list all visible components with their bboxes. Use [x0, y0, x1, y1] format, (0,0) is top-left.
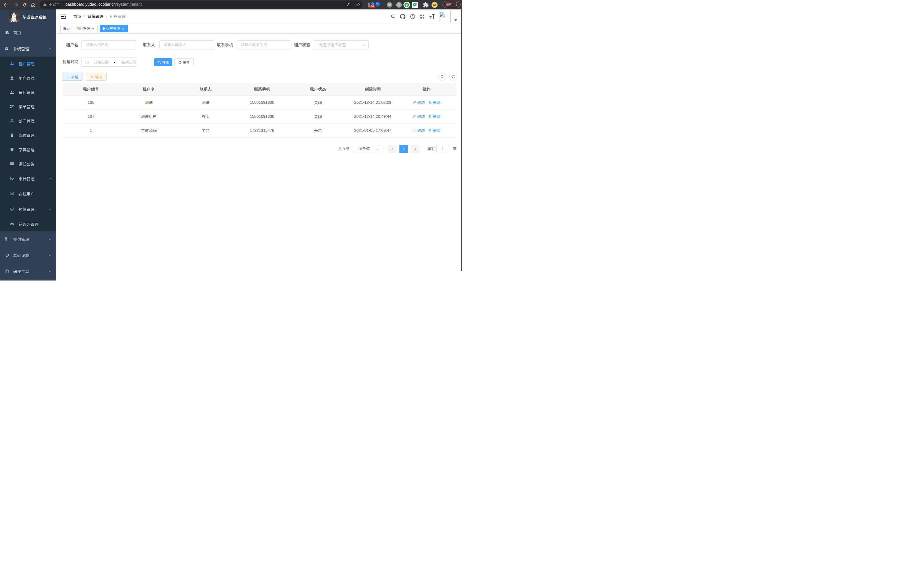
svg-text:y: y — [406, 3, 408, 7]
svg-text:⌘: ⌘ — [388, 3, 392, 7]
